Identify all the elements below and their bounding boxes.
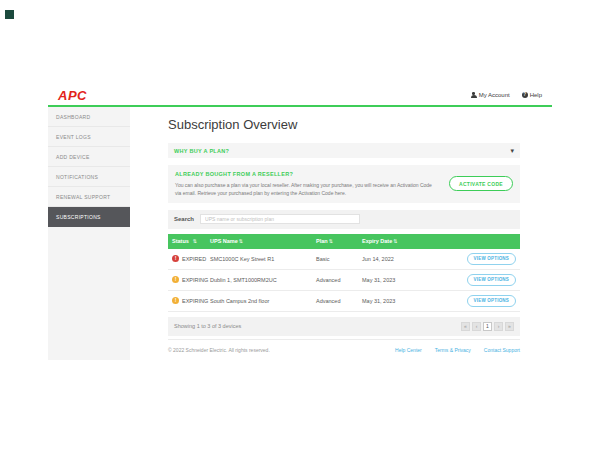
help-icon: ? (522, 92, 528, 98)
sidebar: DASHBOARD EVENT LOGS ADD DEVICE NOTIFICA… (48, 107, 130, 360)
apc-logo[interactable]: APC (58, 88, 87, 103)
showing-summary: Showing 1 to 3 of 3 devices (174, 323, 241, 329)
search-label: Search (174, 216, 194, 222)
prev-page-button[interactable]: ‹ (472, 322, 481, 331)
header-ups-name[interactable]: UPS Name (210, 238, 316, 244)
status-cell: EXPIRED (172, 255, 210, 262)
corner-mark (5, 10, 14, 19)
footer-links: Help Center Terms & Privacy Contact Supp… (395, 347, 520, 353)
ups-name-cell: Dublin 1, SMT1000RM2UC (210, 277, 316, 283)
header-expiry-date[interactable]: Expiry Date (362, 238, 424, 244)
sidebar-item-renewal-support[interactable]: RENEWAL SUPPORT (48, 187, 130, 207)
my-account-link[interactable]: My Account (471, 92, 510, 98)
sort-icon (392, 238, 397, 244)
reseller-section: ALREADY BOUGHT FROM A RESELLER? You can … (168, 165, 520, 203)
last-page-button[interactable]: » (505, 322, 514, 331)
sidebar-item-subscriptions[interactable]: SUBSCRIPTIONS (48, 207, 130, 227)
contact-support-link[interactable]: Contact Support (484, 347, 520, 353)
header-status[interactable]: Status (172, 238, 210, 244)
sidebar-item-dashboard[interactable]: DASHBOARD (48, 107, 130, 127)
status-cell: EXPIRING (172, 276, 210, 283)
view-options-button[interactable]: VIEW OPTIONS (467, 274, 516, 286)
expiry-cell: Jun 14, 2022 (362, 256, 424, 262)
help-link[interactable]: ? Help (522, 92, 542, 98)
ups-name-cell: South Campus 2nd floor (210, 298, 316, 304)
chevron-down-icon: ▾ (510, 148, 514, 153)
plan-cell: Advanced (316, 298, 362, 304)
why-buy-label: WHY BUY A PLAN? (174, 148, 229, 154)
sort-icon (238, 238, 243, 244)
plan-cell: Advanced (316, 277, 362, 283)
app-window: APC My Account ? Help DASHBOARD EVENT LO… (48, 85, 552, 360)
header-plan[interactable]: Plan (316, 238, 362, 244)
view-options-button[interactable]: VIEW OPTIONS (467, 295, 516, 307)
copyright-text: © 2022 Schneider Electric. All rights re… (168, 347, 270, 353)
expired-status-icon (172, 255, 179, 262)
status-badge: EXPIRED (182, 256, 206, 262)
table-row: EXPIRING Dublin 1, SMT1000RM2UC Advanced… (168, 270, 520, 291)
sort-icon (192, 238, 197, 244)
pager: « ‹ 1 › » (461, 322, 514, 331)
first-page-button[interactable]: « (461, 322, 470, 331)
reseller-body: You can also purchase a plan via your lo… (175, 181, 439, 197)
table-row: EXPIRING South Campus 2nd floor Advanced… (168, 291, 520, 312)
search-input[interactable] (200, 214, 360, 224)
ups-name-cell: SMC1000C Key Street R1 (210, 256, 316, 262)
search-row: Search (168, 210, 520, 229)
my-account-label: My Account (479, 92, 510, 98)
help-label: Help (530, 92, 542, 98)
table-header-row: Status UPS Name Plan Expiry Date (168, 234, 520, 249)
expiring-status-icon (172, 297, 179, 304)
app-header: APC My Account ? Help (48, 85, 552, 105)
expiring-status-icon (172, 276, 179, 283)
main-content: Subscription Overview WHY BUY A PLAN? ▾ … (130, 107, 552, 360)
page-1-button[interactable]: 1 (483, 322, 492, 331)
expiry-cell: May 31, 2023 (362, 298, 424, 304)
terms-privacy-link[interactable]: Terms & Privacy (435, 347, 471, 353)
reseller-text: ALREADY BOUGHT FROM A RESELLER? You can … (175, 171, 439, 197)
help-center-link[interactable]: Help Center (395, 347, 422, 353)
status-badge: EXPIRING (182, 298, 208, 304)
expiry-cell: May 31, 2023 (362, 277, 424, 283)
header-links: My Account ? Help (471, 92, 542, 98)
user-icon (471, 92, 477, 98)
activate-code-button[interactable]: ACTIVATE CODE (449, 176, 513, 191)
plan-cell: Basic (316, 256, 362, 262)
reseller-heading: ALREADY BOUGHT FROM A RESELLER? (175, 171, 439, 177)
table-row: EXPIRED SMC1000C Key Street R1 Basic Jun… (168, 249, 520, 270)
page-title: Subscription Overview (168, 117, 520, 132)
subscriptions-table: Status UPS Name Plan Expiry Date EXPIRED… (168, 234, 520, 312)
pagination-bar: Showing 1 to 3 of 3 devices « ‹ 1 › » (168, 317, 520, 336)
next-page-button[interactable]: › (494, 322, 503, 331)
status-badge: EXPIRING (182, 277, 208, 283)
footer: © 2022 Schneider Electric. All rights re… (168, 339, 520, 353)
sidebar-item-add-device[interactable]: ADD DEVICE (48, 147, 130, 167)
sidebar-item-event-logs[interactable]: EVENT LOGS (48, 127, 130, 147)
sidebar-item-notifications[interactable]: NOTIFICATIONS (48, 167, 130, 187)
status-cell: EXPIRING (172, 297, 210, 304)
view-options-button[interactable]: VIEW OPTIONS (467, 253, 516, 265)
sort-icon (328, 238, 333, 244)
why-buy-accordion[interactable]: WHY BUY A PLAN? ▾ (168, 143, 520, 158)
